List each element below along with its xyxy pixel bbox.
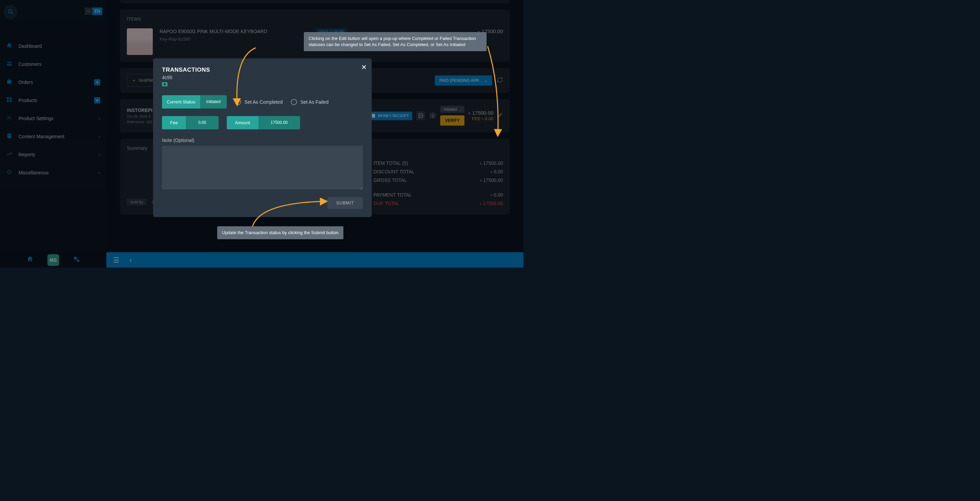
modal-id: 4c95: [162, 75, 363, 80]
current-status-label: Current Status: [162, 95, 200, 108]
fee-value[interactable]: 0.00: [186, 116, 218, 129]
current-status-box: Current Status Initiated: [162, 95, 227, 108]
tooltip-submit-info: Update the Transaction status by clickin…: [217, 226, 344, 239]
radio-icon: [235, 99, 241, 105]
fee-box: Fee 0.00: [162, 116, 219, 129]
close-icon[interactable]: ✕: [361, 63, 367, 71]
fee-label: Fee: [162, 116, 186, 129]
current-status-value: Initiated: [200, 95, 227, 108]
amount-label: Amount: [227, 116, 258, 129]
modal-title: TRANSACTIONS: [162, 67, 363, 73]
radio-set-failed[interactable]: Set As Failed: [291, 99, 329, 105]
radio-icon: [291, 99, 297, 105]
note-textarea[interactable]: [162, 146, 363, 190]
radio-set-completed[interactable]: Set As Completed: [235, 99, 283, 105]
tooltip-edit-info: Clicking on the Edit button will open a …: [304, 32, 487, 51]
cash-icon: [162, 82, 167, 86]
amount-value[interactable]: 17500.00: [258, 116, 300, 129]
note-label: Note (Optional): [162, 137, 363, 143]
transactions-modal: ✕ TRANSACTIONS 4c95 Current Status Initi…: [153, 58, 372, 217]
submit-button[interactable]: SUBMIT: [327, 197, 363, 209]
amount-box: Amount 17500.00: [227, 116, 300, 129]
